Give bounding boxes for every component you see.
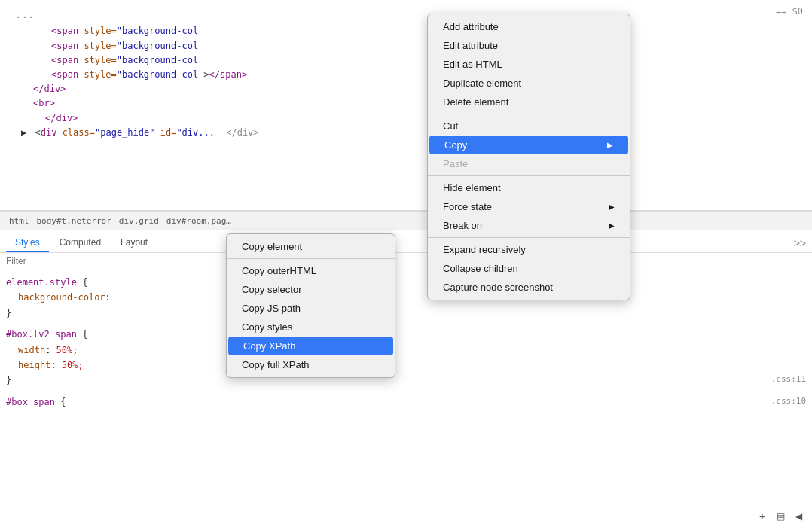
tab-computed[interactable]: Computed: [50, 234, 110, 252]
tab-layout[interactable]: Layout: [111, 234, 157, 252]
attr-name: style=: [84, 26, 116, 36]
menu-copy[interactable]: Copy ▶: [429, 136, 628, 154]
css-close: }: [6, 306, 806, 321]
brace-open: {: [60, 397, 66, 407]
css-property-line: background-color:: [6, 290, 806, 305]
css-rule-box-lv2: #box.lv2 span { width: 50%; height: 50%;…: [6, 327, 806, 388]
css-selector-line: #box span { .css:10: [6, 394, 806, 410]
attr-value: "background-col: [117, 55, 198, 65]
attr-name: style=: [84, 55, 116, 65]
add-rule-icon[interactable]: +: [755, 509, 770, 524]
code-area: ... <span style="background-col <span st…: [0, 0, 812, 211]
menu-item-label: Copy styles: [242, 321, 292, 333]
tag-name: span: [56, 69, 78, 80]
tag-name: span: [56, 26, 78, 36]
css-file-ref2[interactable]: .css:10: [771, 394, 806, 409]
menu-edit-attribute[interactable]: Edit attribute: [428, 36, 630, 55]
main-context-menu[interactable]: Add attribute Edit attribute Edit as HTM…: [427, 14, 630, 300]
menu-capture-screenshot[interactable]: Capture node screenshot: [428, 278, 630, 297]
css-value-height: 50%;: [62, 360, 84, 370]
css-colon: :: [45, 345, 56, 355]
code-line: </div>: [15, 111, 812, 126]
menu-item-label: Force state: [443, 201, 492, 212]
color-picker-icon[interactable]: ▤: [773, 509, 788, 524]
tab-styles[interactable]: Styles: [6, 234, 49, 252]
tabs-row: Styles Computed Layout >>: [0, 230, 812, 253]
menu-edit-as-html[interactable]: Edit as HTML: [428, 55, 630, 74]
filter-input[interactable]: [6, 256, 157, 267]
close-div: </div>: [45, 113, 78, 123]
menu-hide-element[interactable]: Hide element: [428, 178, 630, 197]
css-colon: :: [50, 360, 61, 370]
attr-value: "div...: [176, 127, 215, 138]
tab-more[interactable]: >>: [788, 234, 812, 252]
submenu-copy-outerhtml[interactable]: Copy outerHTML: [227, 261, 395, 280]
menu-paste: Paste: [428, 154, 630, 173]
submenu-copy-js-path[interactable]: Copy JS path: [227, 299, 395, 318]
selector-text: #box span: [6, 397, 60, 407]
attr-value: "background-col: [117, 26, 198, 36]
menu-expand-recursively[interactable]: Expand recursively: [428, 240, 630, 259]
menu-collapse-children[interactable]: Collapse children: [428, 259, 630, 278]
brace-open: {: [82, 329, 87, 340]
css-prop-height: height: [6, 360, 50, 370]
menu-item-label: Edit as HTML: [443, 59, 502, 70]
css-close-line: } .css:11: [6, 373, 806, 388]
tag-name: span: [56, 41, 78, 51]
menu-item-label: Copy: [444, 139, 467, 151]
expand-arrow[interactable]: ▶: [21, 127, 26, 138]
css-property-line: height: 50%;: [6, 358, 806, 373]
chevron-icon[interactable]: ◀: [791, 509, 806, 524]
submenu-copy-full-xpath[interactable]: Copy full XPath: [227, 355, 395, 374]
menu-item-label: Break on: [443, 220, 482, 231]
attr-name: class=: [63, 127, 95, 138]
menu-separator: [428, 175, 630, 176]
breadcrumb-divgrid[interactable]: div.grid: [116, 216, 162, 226]
code-line: <span style="background-col: [15, 39, 812, 53]
menu-item-label: Copy full XPath: [242, 359, 310, 370]
menu-item-label: Edit attribute: [443, 40, 498, 51]
code-line-collapsed: ▶ <div class="page_hide" id="div... </di…: [15, 126, 812, 140]
css-selector: element.style {: [6, 275, 806, 290]
selector-text: #box.lv2 span: [6, 329, 82, 340]
menu-duplicate-element[interactable]: Duplicate element: [428, 74, 630, 93]
attr-value: "background-col: [117, 41, 198, 51]
css-file-ref[interactable]: .css:11: [771, 373, 806, 387]
menu-add-attribute[interactable]: Add attribute: [428, 17, 630, 36]
copy-submenu[interactable]: Copy element Copy outerHTML Copy selecto…: [226, 233, 395, 378]
menu-item-label: Add attribute: [443, 21, 499, 32]
code-line: <br>: [15, 96, 812, 111]
submenu-copy-xpath[interactable]: Copy XPath: [228, 337, 393, 355]
filter-bar: [0, 253, 812, 270]
submenu-copy-selector[interactable]: Copy selector: [227, 280, 395, 299]
brace-close: }: [6, 375, 11, 385]
submenu-copy-styles[interactable]: Copy styles: [227, 318, 395, 337]
menu-delete-element[interactable]: Delete element: [428, 93, 630, 111]
close-tag: </span>: [209, 69, 248, 80]
menu-cut[interactable]: Cut: [428, 117, 630, 136]
breadcrumb-html[interactable]: html: [6, 216, 32, 226]
submenu-copy-element[interactable]: Copy element: [227, 237, 395, 256]
menu-break-on[interactable]: Break on ▶: [428, 216, 630, 235]
css-rule-element-style: element.style { background-color: }: [6, 275, 806, 321]
css-property-line: width: 50%;: [6, 343, 806, 358]
ellipsis: </div>: [226, 127, 258, 138]
attr-name: style=: [84, 69, 116, 80]
menu-separator: [428, 237, 630, 238]
breadcrumb-bar: html body#t.neterror div.grid div#room.p…: [0, 211, 812, 230]
menu-item-label: Copy element: [242, 241, 302, 252]
menu-separator: [227, 258, 395, 259]
submenu-arrow-icon: ▶: [607, 141, 613, 149]
br-tag: <br>: [33, 98, 55, 108]
attr-value: "background-col: [117, 69, 198, 80]
breadcrumb-divroom[interactable]: div#room.pag…: [163, 216, 234, 226]
toolbar-icons: + ▤ ◀: [755, 509, 806, 524]
code-line: <span style="background-col: [15, 53, 812, 68]
tag-close-part: >: [203, 69, 209, 80]
styles-panel: Styles Computed Layout >> element.style …: [0, 230, 812, 530]
menu-item-label: Copy outerHTML: [242, 265, 316, 276]
css-selector-line: #box.lv2 span {: [6, 327, 806, 342]
menu-force-state[interactable]: Force state ▶: [428, 197, 630, 216]
breadcrumb-body[interactable]: body#t.neterror: [34, 216, 114, 226]
menu-item-label: Collapse children: [443, 263, 518, 274]
